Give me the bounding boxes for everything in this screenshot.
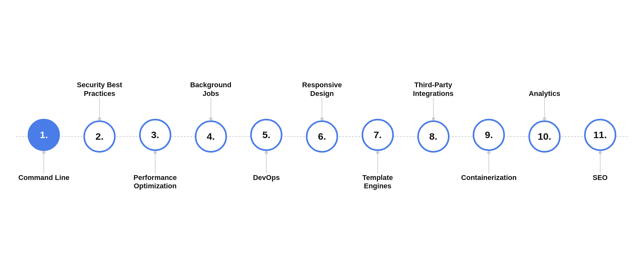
dot-bottom-1 [42,151,45,154]
dot-top-2 [98,117,101,120]
dot-bottom-9 [487,151,490,154]
label-top-4: Background Jobs [183,79,239,98]
dot-top-6 [320,117,324,120]
circle-9[interactable]: 9. [473,119,505,151]
connector-bottom-9 [488,154,489,174]
node-wrapper-5: 5.DevOps [239,77,294,196]
connector-top-10 [544,98,545,117]
connector-top-4 [211,98,211,117]
circle-4[interactable]: 4. [195,120,227,153]
connector-bottom-7 [377,154,378,174]
connector-top-6 [322,98,322,117]
connector-bottom-1 [43,154,44,174]
node-wrapper-4: Background Jobs4. [183,79,239,194]
dot-bottom-11 [599,151,602,154]
label-bottom-9: Containerization [461,174,516,196]
circle-3[interactable]: 3. [139,119,171,151]
circle-7[interactable]: 7. [362,119,394,151]
label-bottom-7: Template Engines [350,174,405,196]
circle-1[interactable]: 1. [28,119,60,151]
node-wrapper-11: 11.SEO [572,77,628,196]
node-wrapper-9: 9.Containerization [461,77,517,196]
label-bottom-3: Performance Optimization [127,174,183,196]
dot-bottom-5 [265,151,268,154]
dot-bottom-3 [154,151,157,154]
circle-10[interactable]: 10. [528,120,561,153]
connector-top-8 [433,98,434,117]
connector-bottom-3 [155,154,156,174]
circle-5[interactable]: 5. [250,119,282,151]
node-wrapper-6: Responsive Design6. [294,79,350,194]
connector-top-2 [99,98,100,117]
circle-2[interactable]: 2. [83,120,116,153]
label-top-6: Responsive Design [294,79,350,98]
circle-8[interactable]: 8. [417,120,450,153]
circle-11[interactable]: 11. [584,119,616,151]
node-wrapper-7: 7.Template Engines [350,77,405,196]
dot-top-10 [543,117,546,120]
label-top-8: Third-Party Integrations [405,79,461,98]
label-bottom-1: Command Line [18,174,70,196]
node-wrapper-10: Analytics10. [517,79,573,194]
label-top-10: Analytics [529,79,560,98]
dot-top-4 [209,117,213,120]
dot-top-8 [432,117,435,120]
label-bottom-11: SEO [592,174,607,196]
connector-bottom-5 [266,154,267,174]
label-bottom-5: DevOps [253,174,280,196]
node-wrapper-2: Security Best Practices2. [72,79,128,194]
label-top-2: Security Best Practices [72,79,128,98]
node-wrapper-3: 3.Performance Optimization [127,77,183,196]
connector-bottom-11 [600,154,601,174]
timeline-container: 1.Command LineSecurity Best Practices2.3… [16,21,628,252]
circle-6[interactable]: 6. [306,120,338,153]
nodes-row: 1.Command LineSecurity Best Practices2.3… [16,77,628,196]
node-wrapper-1: 1.Command Line [16,77,72,196]
node-wrapper-8: Third-Party Integrations8. [405,79,461,194]
dot-bottom-7 [376,151,379,154]
